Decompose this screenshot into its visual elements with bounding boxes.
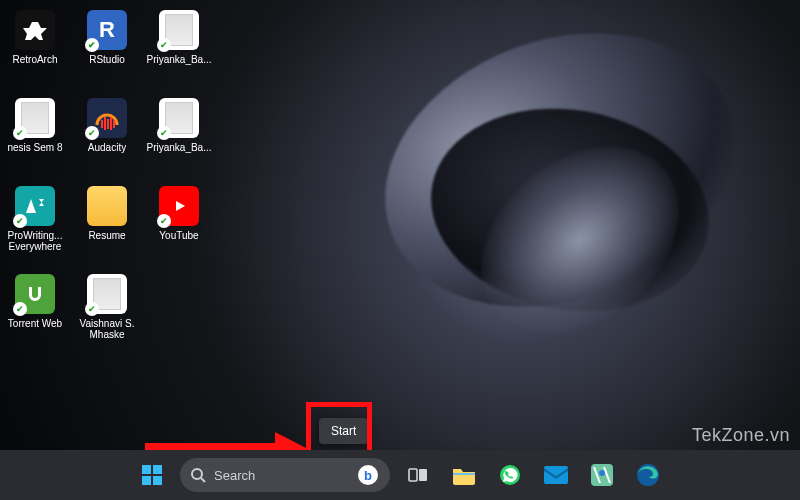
svg-rect-14 — [419, 469, 427, 481]
edge-button[interactable] — [630, 457, 666, 493]
windows-icon — [141, 464, 163, 486]
icon-label: nesis Sem 8 — [7, 142, 62, 153]
maps-icon — [591, 464, 613, 486]
start-tooltip: Start — [319, 418, 368, 444]
document-icon — [15, 98, 55, 138]
youtube-icon — [159, 186, 199, 226]
tooltip-text: Start — [331, 424, 356, 438]
edge-icon — [636, 463, 660, 487]
mail-icon — [544, 466, 568, 484]
svg-rect-13 — [409, 469, 417, 481]
desktop-icon-document[interactable]: Priyanka_Ba... — [144, 10, 214, 92]
svg-point-18 — [599, 470, 605, 476]
folder-icon — [87, 186, 127, 226]
retroarch-icon — [15, 10, 55, 50]
taskbar: Search b — [0, 450, 800, 500]
desktop-icon-document[interactable]: nesis Sem 8 — [0, 98, 70, 180]
audacity-icon — [87, 98, 127, 138]
svg-rect-10 — [153, 476, 162, 485]
maps-button[interactable] — [584, 457, 620, 493]
document-icon — [159, 98, 199, 138]
desktop-icon-rstudio[interactable]: R RStudio — [72, 10, 142, 92]
bing-icon: b — [358, 465, 378, 485]
utorrent-icon — [15, 274, 55, 314]
whatsapp-icon — [499, 464, 521, 486]
desktop-icon-retroarch[interactable]: RetroArch — [0, 10, 70, 92]
search-box[interactable]: Search b — [180, 458, 390, 492]
desktop-icon-utorrent[interactable]: Torrent Web — [0, 274, 70, 356]
search-placeholder: Search — [214, 468, 255, 483]
svg-rect-9 — [142, 476, 151, 485]
icon-label: Priyanka_Ba... — [146, 54, 211, 65]
start-button[interactable] — [134, 457, 170, 493]
desktop-icon-document[interactable]: Priyanka_Ba... — [144, 98, 214, 180]
rstudio-icon: R — [87, 10, 127, 50]
icon-label: YouTube — [159, 230, 198, 241]
desktop: RetroArch R RStudio Priyanka_Ba... nesis… — [0, 0, 800, 500]
svg-line-12 — [201, 478, 205, 482]
desktop-icon-youtube[interactable]: YouTube — [144, 186, 214, 268]
svg-point-11 — [192, 469, 202, 479]
desktop-icons-grid: RetroArch R RStudio Priyanka_Ba... nesis… — [0, 10, 214, 356]
watermark: TekZone.vn — [692, 425, 790, 446]
svg-rect-8 — [153, 465, 162, 474]
explorer-button[interactable] — [446, 457, 482, 493]
icon-label: Vaishnavi S. Mhaske — [73, 318, 141, 340]
document-icon — [87, 274, 127, 314]
taskview-icon — [407, 464, 429, 486]
icon-label: RetroArch — [12, 54, 57, 65]
prowriting-icon — [15, 186, 55, 226]
icon-label: Resume — [88, 230, 125, 241]
desktop-icon-prowriting[interactable]: ProWriting... Everywhere — [0, 186, 70, 268]
taskview-button[interactable] — [400, 457, 436, 493]
desktop-icon-audacity[interactable]: Audacity — [72, 98, 142, 180]
whatsapp-button[interactable] — [492, 457, 528, 493]
icon-label: ProWriting... Everywhere — [1, 230, 69, 252]
icon-label: Priyanka_Ba... — [146, 142, 211, 153]
mail-button[interactable] — [538, 457, 574, 493]
folder-icon — [452, 465, 476, 485]
svg-rect-7 — [142, 465, 151, 474]
document-icon — [159, 10, 199, 50]
icon-label: Torrent Web — [8, 318, 62, 329]
desktop-icon-folder[interactable]: Resume — [72, 186, 142, 268]
desktop-icon-document[interactable]: Vaishnavi S. Mhaske — [72, 274, 142, 356]
icon-label: Audacity — [88, 142, 126, 153]
search-icon — [190, 467, 206, 483]
icon-label: RStudio — [89, 54, 125, 65]
svg-rect-16 — [544, 466, 568, 484]
